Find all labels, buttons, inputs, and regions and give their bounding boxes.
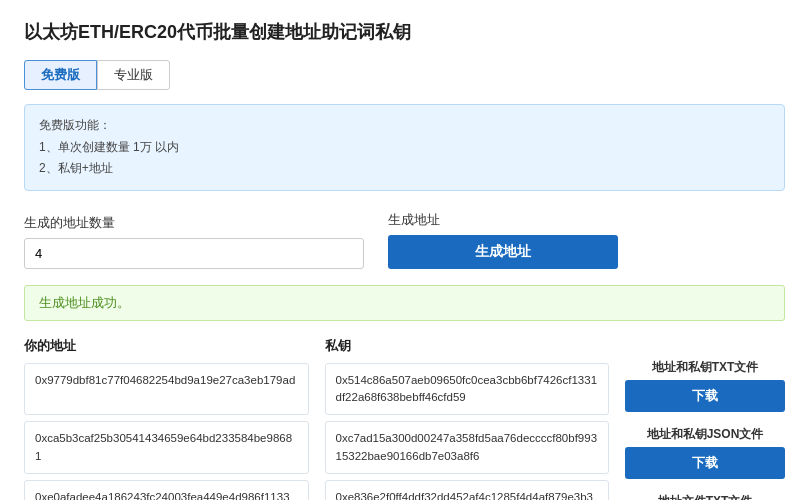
- data-rows: 0x9779dbf81c77f04682254bd9a19e27ca3eb179…: [24, 363, 609, 500]
- tab-bar: 免费版 专业版: [24, 60, 785, 90]
- download-card: 地址和私钥JSON文件下载: [625, 426, 785, 479]
- table-left: 你的地址 私钥 0x9779dbf81c77f04682254bd9a19e27…: [24, 337, 609, 500]
- address-count-label: 生成的地址数量: [24, 214, 364, 232]
- download-card: 地址和私钥TXT文件下载: [625, 359, 785, 412]
- col-key-header: 私钥: [325, 337, 610, 355]
- address-count-input[interactable]: [24, 238, 364, 269]
- key-cell: 0xe836e2f0ff4ddf32dd452af4c1285f4d4af879…: [325, 480, 610, 500]
- info-line-1: 1、单次创建数量 1万 以内: [39, 137, 770, 159]
- page-title: 以太坊ETH/ERC20代币批量创建地址助记词私钥: [24, 20, 785, 44]
- download-label: 地址文件TXT文件: [625, 493, 785, 500]
- address-cell: 0x9779dbf81c77f04682254bd9a19e27ca3eb179…: [24, 363, 309, 416]
- success-bar: 生成地址成功。: [24, 285, 785, 321]
- table-row: 0xca5b3caf25b30541434659e64bd233584be986…: [24, 421, 609, 474]
- address-count-group: 生成的地址数量: [24, 214, 364, 269]
- info-title: 免费版功能：: [39, 115, 770, 137]
- tab-free[interactable]: 免费版: [24, 60, 97, 90]
- download-label: 地址和私钥JSON文件: [625, 426, 785, 443]
- address-cell: 0xca5b3caf25b30541434659e64bd233584be986…: [24, 421, 309, 474]
- col-headers: 你的地址 私钥: [24, 337, 609, 355]
- download-card: 地址文件TXT文件下载: [625, 493, 785, 500]
- key-cell: 0xc7ad15a300d00247a358fd5aa76deccccf80bf…: [325, 421, 610, 474]
- info-box: 免费版功能： 1、单次创建数量 1万 以内 2、私钥+地址: [24, 104, 785, 191]
- tab-pro[interactable]: 专业版: [97, 60, 170, 90]
- generate-button[interactable]: 生成地址: [388, 235, 618, 269]
- generate-label: 生成地址: [388, 211, 618, 229]
- download-button-1[interactable]: 下载: [625, 447, 785, 479]
- download-label: 地址和私钥TXT文件: [625, 359, 785, 376]
- table-section: 你的地址 私钥 0x9779dbf81c77f04682254bd9a19e27…: [24, 337, 785, 500]
- download-button-0[interactable]: 下载: [625, 380, 785, 412]
- address-cell: 0xe0afadee4a186243fc24003fea449e4d986f11…: [24, 480, 309, 500]
- info-line-2: 2、私钥+地址: [39, 158, 770, 180]
- key-cell: 0x514c86a507aeb09650fc0cea3cbb6bf7426cf1…: [325, 363, 610, 416]
- form-row: 生成的地址数量 生成地址 生成地址: [24, 211, 785, 269]
- table-right: 地址和私钥TXT文件下载地址和私钥JSON文件下载地址文件TXT文件下载: [625, 337, 785, 500]
- download-section: 地址和私钥TXT文件下载地址和私钥JSON文件下载地址文件TXT文件下载: [625, 337, 785, 500]
- generate-group: 生成地址 生成地址: [388, 211, 618, 269]
- table-row: 0xe0afadee4a186243fc24003fea449e4d986f11…: [24, 480, 609, 500]
- table-row: 0x9779dbf81c77f04682254bd9a19e27ca3eb179…: [24, 363, 609, 416]
- col-address-header: 你的地址: [24, 337, 309, 355]
